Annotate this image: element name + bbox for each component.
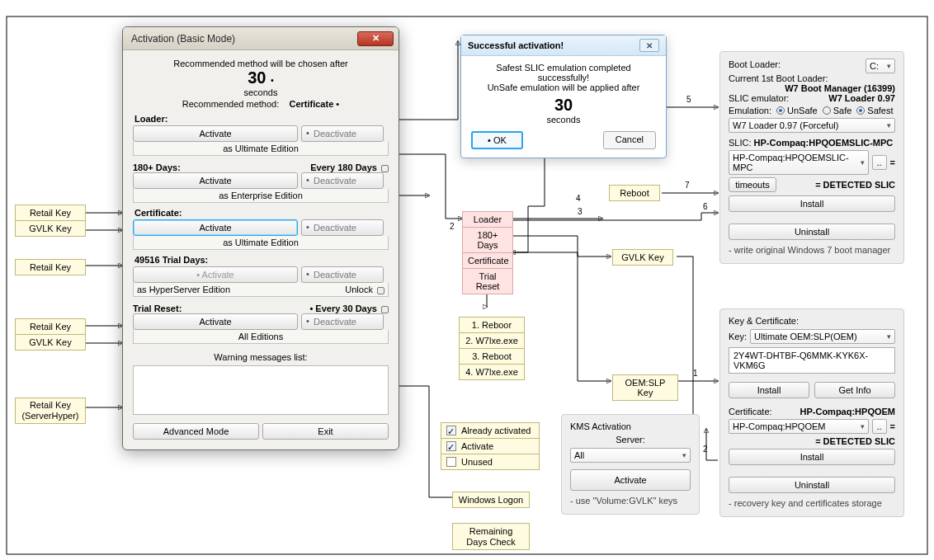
warn-label: Warning messages list: (133, 352, 389, 362)
reset-activate-button[interactable]: Activate (133, 313, 298, 330)
cert-uninstall-button[interactable]: Uninstall (729, 477, 895, 493)
key-value[interactable]: 2Y4WT-DHTBF-Q6MMK-KYK6X-VKM6G (729, 347, 895, 374)
trial-deactivate-button[interactable]: Deactivate (301, 266, 384, 283)
kms-server-drop[interactable]: All▾ (570, 448, 691, 463)
cert-install-button[interactable]: Install (729, 449, 895, 465)
boot-current-label: Current 1st Boot Loader: (729, 73, 895, 83)
loader-subline: as Ultimate Edition (133, 142, 389, 156)
node-loader: Loader (462, 211, 513, 228)
boot-uninstall-button[interactable]: Uninstall (729, 224, 895, 240)
popup-count: 30 (471, 96, 656, 115)
boot-slic-emu-value: W7 Loader 0.97 (828, 93, 895, 103)
keycert-detected: = DETECTED SLIC (729, 436, 895, 446)
advanced-mode-button[interactable]: Advanced Mode (133, 423, 259, 440)
reset-right: • Every 30 Days (309, 304, 389, 313)
boot-install-button[interactable]: Install (729, 195, 895, 212)
trial-label: 49516 Trial Days: (134, 255, 389, 265)
radio-safe[interactable]: Safe (823, 106, 852, 115)
key-getinfo-button[interactable]: Get Info (814, 382, 895, 398)
kms-title: KMS Activation (570, 421, 691, 431)
node-180days: 180+ Days (462, 228, 513, 253)
key-drop[interactable]: Ultimate OEM:SLP(OEM)▾ (750, 329, 895, 344)
node-reboot: Reboot (609, 185, 660, 201)
trial-subline: as HyperServer Edition (137, 285, 230, 294)
cert-subline: as Ultimate Edition (133, 236, 389, 250)
rec-method-value: Certificate (289, 99, 333, 109)
gvlk-key-1: GVLK Key (15, 221, 86, 237)
popup-title: Successful activation! (468, 40, 564, 50)
rec-method-label: Recommended method: (182, 99, 279, 109)
step-1: 1. Reboor (459, 317, 525, 333)
reset-deactivate-button[interactable]: Deactivate (301, 313, 384, 330)
cert-label: Certificate: (134, 208, 389, 218)
svg-text:3: 3 (578, 207, 583, 216)
step-3: 3. Reboot (459, 349, 525, 365)
unlock-checkbox[interactable] (377, 287, 384, 294)
days-deactivate-button[interactable]: Deactivate (301, 172, 384, 189)
keycert-title: Key & Certificate: (729, 316, 895, 326)
loader-deactivate-button[interactable]: Deactivate (301, 125, 384, 142)
svg-text:1: 1 (693, 369, 698, 378)
boot-slic-drop[interactable]: HP-Compaq:HPQOEMSLIC-MPC▾ (729, 150, 869, 175)
eq-icon: = (890, 158, 895, 167)
days-right: Every 180 Days (310, 162, 389, 172)
boot-drive-drop[interactable]: C:▾ (866, 59, 895, 73)
warn-list (133, 365, 389, 415)
cert-more-button[interactable]: .. (872, 419, 887, 434)
kms-activate-button[interactable]: Activate (570, 469, 691, 491)
svg-text:5: 5 (686, 95, 691, 104)
popup-line2: UnSafe emulation will be applied after (471, 82, 656, 92)
popup-ok-button[interactable]: • OK (471, 131, 523, 149)
days-checkbox[interactable] (381, 165, 389, 172)
popup-cancel-button[interactable]: Cancel (603, 131, 656, 149)
keycert-note: - recovery key and certificates storage (729, 498, 895, 508)
cert-label2: Certificate: (729, 407, 772, 416)
radio-safest[interactable]: Safest (856, 106, 893, 115)
window-title: Activation (Basic Mode) (131, 33, 235, 45)
node-oem-slp: OEM:SLP Key (612, 374, 678, 401)
boot-emulation-label: Emulation: (729, 106, 771, 115)
reset-subline: All Editions (133, 330, 389, 344)
reset-checkbox[interactable] (381, 306, 389, 313)
popup-close-icon[interactable]: ✕ (639, 39, 659, 52)
boot-slic-emu-label: SLIC emulator: (729, 93, 789, 103)
key-label: Key: (729, 332, 747, 341)
boot-timeouts-button[interactable]: timeouts (729, 177, 776, 192)
opt-activate: ✓ Activate (441, 439, 540, 454)
node-trialreset: Trial Reset (462, 269, 513, 294)
cert-value2: HP-Compaq:HPQOEM (800, 407, 896, 416)
trial-activate-button[interactable]: • Activate (133, 266, 298, 283)
boot-title: Boot Loader: (729, 59, 781, 69)
popup-line1: Safest SLIC emulation completed successf… (471, 63, 656, 82)
cert-deactivate-button[interactable]: Deactivate (301, 219, 384, 236)
radio-unsafe[interactable]: UnSafe (776, 106, 818, 115)
svg-text:2: 2 (703, 445, 708, 454)
popup-seconds: seconds (471, 115, 656, 125)
gvlk-key-2: GVLK Key (15, 335, 86, 351)
cert-activate-button[interactable]: Activate (133, 219, 298, 236)
node-remaining: Remaining Days Check (452, 523, 530, 550)
kms-server-label: Server: (570, 435, 691, 445)
header-line: Recommended method will be chosen after (133, 59, 389, 68)
retail-key-1: Retail Key (15, 205, 86, 221)
boot-current-value: W7 Boot Manager (16399) (729, 83, 895, 93)
unlock-label[interactable]: Unlock (345, 285, 373, 294)
node-certificate: Certificate (462, 253, 513, 269)
boot-detected: = DETECTED SLIC (815, 180, 895, 190)
cert-drop[interactable]: HP-Compaq:HPQOEM▾ (729, 419, 869, 434)
boot-slic-more-button[interactable]: .. (872, 155, 887, 170)
retail-key-3: Retail Key (15, 318, 86, 335)
loader-activate-button[interactable]: Activate (133, 125, 298, 142)
boot-slic-text: HP-Compaq:HPQOEMSLIC-MPC (754, 138, 894, 148)
eq-icon-2: = (890, 421, 895, 431)
svg-text:7: 7 (685, 181, 690, 190)
exit-button[interactable]: Exit (262, 423, 389, 440)
opt-unused: Unused (441, 454, 540, 470)
close-button[interactable]: ✕ (357, 31, 394, 46)
boot-slic-label: SLIC: (729, 138, 752, 148)
boot-loader-drop[interactable]: W7 Loader 0.97 (Forceful)▾ (729, 118, 895, 133)
days-activate-button[interactable]: Activate (133, 172, 298, 189)
seconds-label: seconds (133, 87, 389, 97)
key-install-button[interactable]: Install (729, 382, 809, 398)
kms-note: - use "Volume:GVLK" keys (570, 496, 691, 506)
